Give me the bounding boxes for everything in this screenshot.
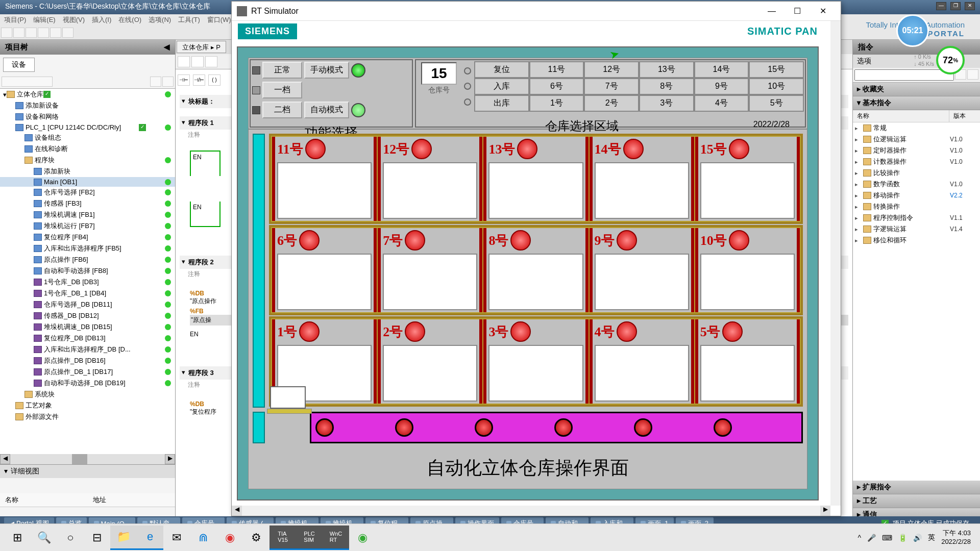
- rt-vscroll[interactable]: [830, 21, 841, 506]
- tray-battery-icon[interactable]: 🔋: [898, 534, 907, 542]
- ladder-tool[interactable]: [178, 56, 190, 67]
- contact-icon[interactable]: ⊣/⊢: [193, 74, 205, 86]
- warehouse-select-button[interactable]: 10号: [749, 78, 804, 95]
- extended-section[interactable]: ▸ 扩展指令: [853, 481, 980, 494]
- tree-item[interactable]: 堆垛机调速_DB [DB15]: [0, 321, 175, 333]
- tray-ime[interactable]: 英: [928, 533, 935, 542]
- basic-section[interactable]: ▾ 基本指令: [853, 96, 980, 110]
- instruction-category[interactable]: ▸常规: [853, 122, 980, 134]
- tree-item[interactable]: 1号仓库_DB [DB3]: [0, 277, 175, 288]
- tree-item[interactable]: 复位程序_DB [DB13]: [0, 333, 175, 344]
- toolbar-icon[interactable]: [1, 28, 12, 38]
- instruction-category[interactable]: ▸比较操作: [853, 167, 980, 179]
- toolbar-icon[interactable]: [38, 28, 49, 38]
- menu-tools[interactable]: 工具(T): [178, 15, 200, 26]
- warehouse-select-button[interactable]: 3号: [639, 95, 694, 112]
- search-icon[interactable]: 🔍: [31, 525, 57, 550]
- plcsim-icon[interactable]: PLCSIM: [296, 525, 323, 550]
- rt-titlebar[interactable]: RT Simulator — ☐ ✕: [232, 2, 841, 21]
- menu-insert[interactable]: 插入(I): [92, 15, 111, 26]
- tree-item[interactable]: 原点操作_DB [DB16]: [0, 355, 175, 366]
- tree-item[interactable]: 入库和出库选择程序 [FB5]: [0, 243, 175, 254]
- tray-volume-icon[interactable]: 🔊: [913, 534, 922, 542]
- warehouse-select-button[interactable]: 11号: [529, 61, 584, 78]
- menu-project[interactable]: 项目(P): [4, 15, 26, 26]
- menu-window[interactable]: 窗口(W): [207, 15, 231, 26]
- tree-item[interactable]: 设备组态: [0, 132, 175, 143]
- rt-maximize-button[interactable]: ☐: [785, 3, 810, 19]
- explorer-icon[interactable]: 📁: [110, 525, 137, 550]
- tree-item[interactable]: 设备和网络: [0, 111, 175, 122]
- warehouse-select-button[interactable]: 6号: [529, 78, 584, 95]
- menu-options[interactable]: 选项(N): [149, 15, 171, 26]
- instruction-category[interactable]: ▸程序控制指令V1.1: [853, 212, 980, 223]
- maximize-button[interactable]: ❐: [950, 2, 961, 10]
- operation-button[interactable]: 入库: [474, 78, 529, 95]
- warehouse-select-button[interactable]: 15号: [749, 61, 804, 78]
- floating-clock-widget[interactable]: 05:21: [896, 14, 929, 47]
- tree-hscroll[interactable]: ◀ ▶: [0, 454, 175, 464]
- tree-item[interactable]: 外部源文件: [0, 411, 175, 422]
- warehouse-select-button[interactable]: 4号: [694, 95, 749, 112]
- tree-item[interactable]: PLC_1 [CPU 1214C DC/DC/Rly]✓: [0, 122, 175, 132]
- detail-header[interactable]: ▾详细视图: [0, 465, 175, 478]
- cortana-icon[interactable]: ○: [57, 525, 84, 550]
- warehouse-select-button[interactable]: 2号: [584, 95, 639, 112]
- operation-button[interactable]: 复位: [474, 61, 529, 78]
- auto-mode-button[interactable]: 自动模式: [304, 102, 349, 118]
- tree-btn[interactable]: [162, 77, 174, 87]
- tree-item[interactable]: 原点操作 [FB6]: [0, 254, 175, 265]
- scroll-left-icon[interactable]: ◀: [232, 506, 242, 516]
- coil-icon[interactable]: ( ): [208, 74, 220, 86]
- taskbar-clock[interactable]: 下午 4:03 2022/2/28: [941, 529, 971, 546]
- edge-icon[interactable]: e: [137, 525, 163, 550]
- warehouse-select-button[interactable]: 13号: [639, 61, 694, 78]
- toolbar-icon[interactable]: [26, 28, 37, 38]
- tia-v15-icon[interactable]: TIAV15: [270, 525, 296, 550]
- tree-item[interactable]: 添加新块: [0, 166, 175, 177]
- warehouse-select-button[interactable]: 7号: [584, 78, 639, 95]
- instruction-category[interactable]: ▸数学函数V1.0: [853, 179, 980, 190]
- tree-item[interactable]: 堆垛机运行 [FB7]: [0, 220, 175, 232]
- rt-minimize-button[interactable]: —: [759, 3, 785, 19]
- app-icon-green[interactable]: ◉: [349, 525, 376, 550]
- tree-item[interactable]: 程序块: [0, 155, 175, 166]
- operation-button[interactable]: 出库: [474, 95, 529, 112]
- device-tab[interactable]: 设备: [3, 58, 35, 72]
- minimize-button[interactable]: —: [936, 2, 946, 10]
- task-view-icon[interactable]: ⊟: [84, 525, 110, 550]
- floating-network-meter[interactable]: ↑ 0 K/s ↓ 45 K/s 72%: [914, 46, 965, 74]
- toolbar-icon[interactable]: [13, 28, 24, 38]
- tree-item[interactable]: Main [OB1]: [0, 177, 175, 187]
- tech-section[interactable]: ▸ 工艺: [853, 494, 980, 508]
- tree-item[interactable]: 传感器 [FB3]: [0, 198, 175, 209]
- collapse-icon[interactable]: ◀: [164, 42, 170, 52]
- warehouse-select-button[interactable]: 12号: [584, 61, 639, 78]
- warehouse-select-button[interactable]: 14号: [694, 61, 749, 78]
- tree-search[interactable]: [2, 77, 53, 87]
- ladder-tool[interactable]: [191, 56, 204, 67]
- menu-edit[interactable]: 编辑(E): [33, 15, 55, 26]
- menu-online[interactable]: 在线(O): [118, 15, 141, 26]
- scroll-left-icon[interactable]: ◀: [0, 454, 10, 464]
- instruction-category[interactable]: ▸定时器操作V1.0: [853, 145, 980, 156]
- instruction-category[interactable]: ▸位逻辑运算V1.0: [853, 134, 980, 145]
- tree-btn[interactable]: [150, 77, 161, 87]
- tree-item[interactable]: 在线和诊断: [0, 143, 175, 155]
- tray-up-icon[interactable]: ^: [858, 534, 862, 542]
- tree-content[interactable]: ▾ 立体仓库✓添加新设备设备和网络PLC_1 [CPU 1214C DC/DC/…: [0, 89, 175, 454]
- manual-mode-button[interactable]: 手动模式: [304, 62, 349, 79]
- warehouse-select-button[interactable]: 8号: [639, 78, 694, 95]
- tree-item[interactable]: 入库和出库选择程序_DB [D...: [0, 344, 175, 355]
- instr-btn[interactable]: [967, 69, 978, 80]
- warehouse-select-button[interactable]: 1号: [529, 95, 584, 112]
- toolbar-icon[interactable]: [62, 28, 74, 38]
- tree-item[interactable]: 自动和手动选择 [FB8]: [0, 265, 175, 277]
- instruction-category[interactable]: ▸移动操作V2.2: [853, 190, 980, 201]
- instruction-category[interactable]: ▸计数器操作V1.0: [853, 156, 980, 167]
- close-button[interactable]: ✕: [965, 2, 975, 10]
- tree-item[interactable]: 1号仓库_DB_1 [DB4]: [0, 288, 175, 299]
- tree-item[interactable]: 仓库号选择 [FB2]: [0, 187, 175, 198]
- instruction-category[interactable]: ▸移位和循环: [853, 235, 980, 246]
- instruction-category[interactable]: ▸转换操作: [853, 201, 980, 212]
